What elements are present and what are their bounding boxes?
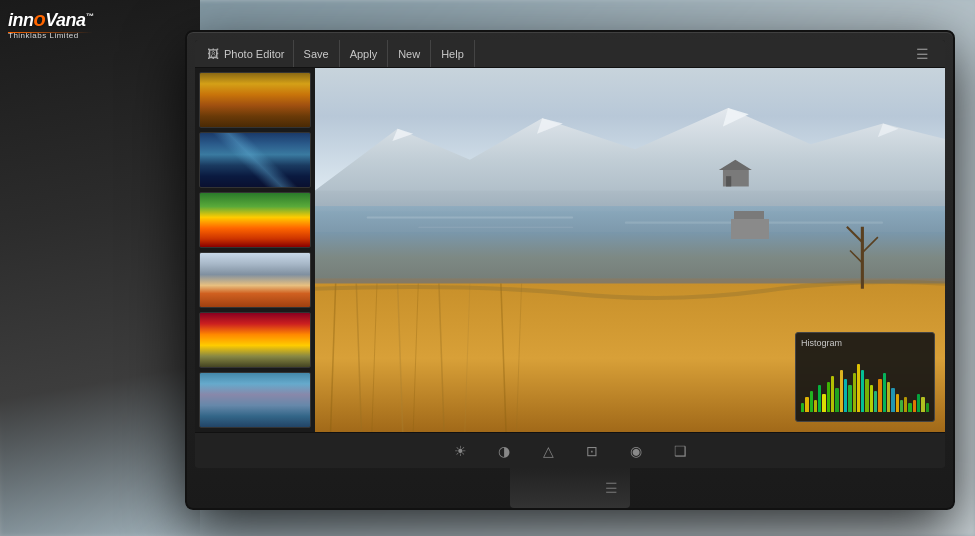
monitor: 🖼 Photo Editor Save Apply New Help ☰ xyxy=(185,30,955,510)
filmstrip-item-2[interactable] xyxy=(199,132,311,188)
photo-editor-icon: 🖼 xyxy=(207,47,219,61)
logo-ana: Vana xyxy=(45,10,85,30)
filmstrip-item-3[interactable] xyxy=(199,192,311,248)
exposure-icon[interactable]: △ xyxy=(536,439,560,463)
histogram-bar xyxy=(831,376,834,412)
svg-rect-7 xyxy=(367,216,574,218)
main-content: Histogram xyxy=(195,68,945,432)
histogram-bar xyxy=(921,397,924,412)
histogram-bar xyxy=(822,394,825,412)
histogram-bar xyxy=(874,391,877,412)
histogram-panel: Histogram xyxy=(795,332,935,422)
menu-apply[interactable]: Apply xyxy=(340,40,389,67)
menu-save[interactable]: Save xyxy=(294,40,340,67)
eye-icon[interactable]: ◉ xyxy=(624,439,648,463)
menu-new[interactable]: New xyxy=(388,40,431,67)
toolbar: ☀ ◑ △ ⊡ ◉ ❑ xyxy=(195,432,945,468)
histogram-bar xyxy=(848,385,851,412)
person-silhouette xyxy=(0,0,200,536)
histogram-bar xyxy=(904,397,907,412)
histogram-bar xyxy=(814,400,817,412)
histogram-bar xyxy=(865,379,868,412)
histogram-bar xyxy=(891,388,894,412)
svg-rect-8 xyxy=(418,227,573,228)
filmstrip-item-4[interactable] xyxy=(199,252,311,308)
histogram-bar xyxy=(827,382,830,412)
layers-icon[interactable]: ❑ xyxy=(668,439,692,463)
histogram-bar xyxy=(805,397,808,412)
histogram-bar xyxy=(883,373,886,412)
logo-overlay: innoVana™ Thinklabs Limited xyxy=(8,8,93,40)
svg-rect-9 xyxy=(625,222,883,224)
histogram-bar xyxy=(896,394,899,412)
contrast-icon[interactable]: ◑ xyxy=(492,439,516,463)
logo-inno: inn xyxy=(8,10,34,30)
histogram-bar xyxy=(878,379,881,412)
histogram-bar xyxy=(917,394,920,412)
histogram-bar xyxy=(810,391,813,412)
screen: 🖼 Photo Editor Save Apply New Help ☰ xyxy=(195,40,945,468)
histogram-bar xyxy=(870,385,873,412)
histogram-bar xyxy=(926,403,929,412)
histogram-bar xyxy=(853,373,856,412)
filmstrip-item-5[interactable] xyxy=(199,312,311,368)
logo-trademark: ™ xyxy=(86,12,94,21)
menu-photo-editor[interactable]: 🖼 Photo Editor xyxy=(203,40,294,67)
histogram-title: Histogram xyxy=(801,338,929,348)
histogram-bar xyxy=(861,370,864,412)
main-photo-area: Histogram xyxy=(315,68,945,432)
hamburger-menu-icon[interactable]: ☰ xyxy=(908,46,937,62)
brightness-icon[interactable]: ☀ xyxy=(448,439,472,463)
logo-text: innoVana™ xyxy=(8,8,93,31)
monitor-bottom-bar: ☰ xyxy=(510,468,630,508)
svg-rect-13 xyxy=(726,176,731,186)
histogram-bar xyxy=(835,388,838,412)
histogram-bar xyxy=(857,364,860,412)
photo-editor-label: Photo Editor xyxy=(224,48,285,60)
histogram-bar xyxy=(887,382,890,412)
filmstrip xyxy=(195,68,315,432)
histogram-bar xyxy=(900,400,903,412)
filmstrip-item-1[interactable] xyxy=(199,72,311,128)
histogram-bar xyxy=(913,400,916,412)
filmstrip-item-6[interactable] xyxy=(199,372,311,428)
monitor-menu-icon: ☰ xyxy=(605,481,618,495)
histogram-chart xyxy=(801,352,929,412)
logo-subtitle: Thinklabs Limited xyxy=(8,31,93,40)
histogram-bar xyxy=(844,379,847,412)
histogram-bar xyxy=(840,370,843,412)
logo-v-char: o xyxy=(34,8,46,30)
histogram-bar xyxy=(801,403,804,412)
menu-help[interactable]: Help xyxy=(431,40,475,67)
menu-bar: 🖼 Photo Editor Save Apply New Help ☰ xyxy=(195,40,945,68)
histogram-bar xyxy=(818,385,821,412)
histogram-bar xyxy=(908,403,911,412)
crop-icon[interactable]: ⊡ xyxy=(580,439,604,463)
